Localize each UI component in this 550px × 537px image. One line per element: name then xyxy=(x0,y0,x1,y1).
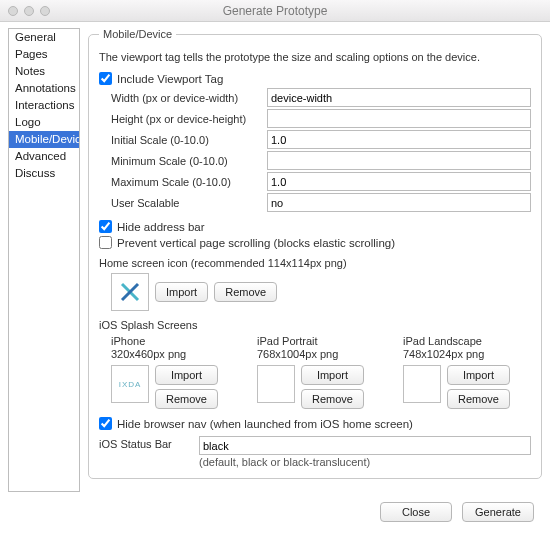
splash-remove-button[interactable]: Remove xyxy=(155,389,218,409)
splash-thumbnail: IXDA xyxy=(111,365,149,403)
home-icon-label: Home screen icon (recommended 114x114px … xyxy=(99,257,531,269)
group-description: The viewport tag tells the prototype the… xyxy=(99,50,531,64)
user-scalable-label: User Scalable xyxy=(99,197,267,209)
splash-columns: iPhone320x460px pngIXDAImportRemoveiPad … xyxy=(111,335,531,409)
sidebar-item-interactions[interactable]: Interactions xyxy=(9,97,79,114)
splash-col-header: iPhone320x460px png xyxy=(111,335,239,361)
zoom-window-icon[interactable] xyxy=(40,6,50,16)
splash-col-1: iPad Portrait768x1004px pngImportRemove xyxy=(257,335,385,409)
generate-button[interactable]: Generate xyxy=(462,502,534,522)
splash-import-button[interactable]: Import xyxy=(301,365,364,385)
include-viewport-input[interactable] xyxy=(99,72,112,85)
sidebar: GeneralPagesNotesAnnotationsInteractions… xyxy=(8,28,80,492)
sidebar-item-mobile-device[interactable]: Mobile/Device xyxy=(9,131,79,148)
splash-thumbnail xyxy=(403,365,441,403)
min-scale-input[interactable] xyxy=(267,151,531,170)
splash-heading: iOS Splash Screens xyxy=(99,319,531,331)
status-bar-hint: (default, black or black-translucent) xyxy=(199,456,531,468)
min-scale-label: Minimum Scale (0-10.0) xyxy=(99,155,267,167)
window-title: Generate Prototype xyxy=(0,4,550,18)
splash-thumbnail xyxy=(257,365,295,403)
include-viewport-label: Include Viewport Tag xyxy=(117,73,223,85)
dialog-footer: Close Generate xyxy=(0,492,550,532)
sidebar-item-pages[interactable]: Pages xyxy=(9,46,79,63)
prevent-scroll-label: Prevent vertical page scrolling (blocks … xyxy=(117,237,395,249)
user-scalable-input[interactable] xyxy=(267,193,531,212)
include-viewport-checkbox[interactable]: Include Viewport Tag xyxy=(99,72,531,85)
home-icon-import-button[interactable]: Import xyxy=(155,282,208,302)
content-pane: Mobile/Device The viewport tag tells the… xyxy=(88,28,542,492)
splash-remove-button[interactable]: Remove xyxy=(301,389,364,409)
hide-address-input[interactable] xyxy=(99,220,112,233)
height-label: Height (px or device-height) xyxy=(99,113,267,125)
width-label: Width (px or device-width) xyxy=(99,92,267,104)
traffic-lights xyxy=(8,6,50,16)
hide-address-checkbox[interactable]: Hide address bar xyxy=(99,220,531,233)
max-scale-label: Maximum Scale (0-10.0) xyxy=(99,176,267,188)
hide-nav-checkbox[interactable]: Hide browser nav (when launched from iOS… xyxy=(99,417,531,430)
mobile-device-group: Mobile/Device The viewport tag tells the… xyxy=(88,28,542,479)
titlebar: Generate Prototype xyxy=(0,0,550,22)
splash-import-button[interactable]: Import xyxy=(155,365,218,385)
sidebar-item-advanced[interactable]: Advanced xyxy=(9,148,79,165)
status-bar-input[interactable] xyxy=(199,436,531,455)
hide-nav-label: Hide browser nav (when launched from iOS… xyxy=(117,418,413,430)
group-legend: Mobile/Device xyxy=(99,28,176,40)
width-input[interactable] xyxy=(267,88,531,107)
prevent-scroll-input[interactable] xyxy=(99,236,112,249)
sidebar-item-logo[interactable]: Logo xyxy=(9,114,79,131)
sidebar-item-general[interactable]: General xyxy=(9,29,79,46)
status-bar-row: iOS Status Bar (default, black or black-… xyxy=(99,436,531,468)
splash-col-2: iPad Landscape748x1024px pngImportRemove xyxy=(403,335,531,409)
home-icon-remove-button[interactable]: Remove xyxy=(214,282,277,302)
splash-import-button[interactable]: Import xyxy=(447,365,510,385)
sidebar-item-annotations[interactable]: Annotations xyxy=(9,80,79,97)
hide-address-label: Hide address bar xyxy=(117,221,205,233)
initial-scale-label: Initial Scale (0-10.0) xyxy=(99,134,267,146)
height-input[interactable] xyxy=(267,109,531,128)
home-icon-thumbnail xyxy=(111,273,149,311)
splash-remove-button[interactable]: Remove xyxy=(447,389,510,409)
hide-nav-input[interactable] xyxy=(99,417,112,430)
initial-scale-input[interactable] xyxy=(267,130,531,149)
splash-col-header: iPad Portrait768x1004px png xyxy=(257,335,385,361)
minimize-window-icon[interactable] xyxy=(24,6,34,16)
prevent-scroll-checkbox[interactable]: Prevent vertical page scrolling (blocks … xyxy=(99,236,531,249)
home-icon-row: Import Remove xyxy=(111,273,531,311)
close-window-icon[interactable] xyxy=(8,6,18,16)
splash-col-0: iPhone320x460px pngIXDAImportRemove xyxy=(111,335,239,409)
sidebar-item-discuss[interactable]: Discuss xyxy=(9,165,79,182)
status-bar-label: iOS Status Bar xyxy=(99,436,199,450)
splash-col-header: iPad Landscape748x1024px png xyxy=(403,335,531,361)
max-scale-input[interactable] xyxy=(267,172,531,191)
close-button[interactable]: Close xyxy=(380,502,452,522)
sidebar-item-notes[interactable]: Notes xyxy=(9,63,79,80)
